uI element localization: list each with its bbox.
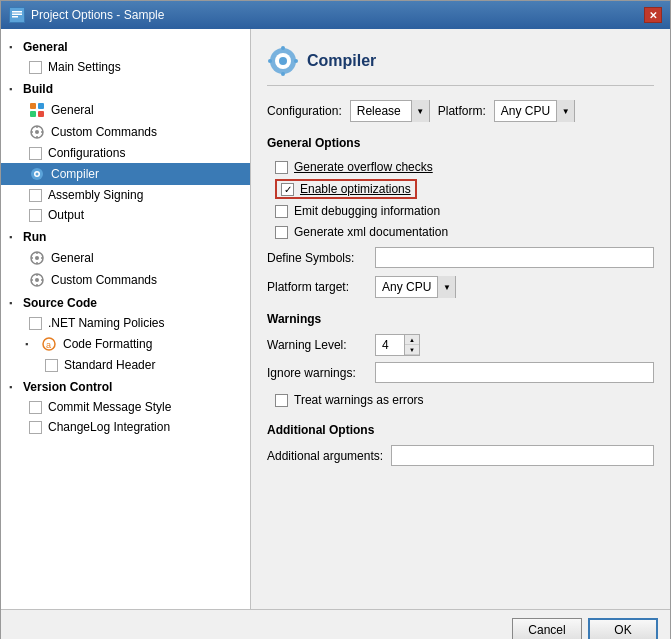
svg-rect-3 [12,16,18,18]
run-custom-commands-icon [29,272,45,288]
custom-commands-icon [29,124,45,140]
sidebar-item-assembly-signing[interactable]: Assembly Signing [1,185,250,205]
sidebar-group-header-build[interactable]: ▪ Build [1,79,250,99]
sidebar-group-source-code: ▪ Source Code .NET Naming Policies ▪ a [1,293,250,375]
svg-rect-6 [30,111,36,117]
sidebar-item-label-configurations: Configurations [48,146,125,160]
checkbox-changelog [29,421,42,434]
sidebar-group-header-source-code[interactable]: ▪ Source Code [1,293,250,313]
ok-button[interactable]: OK [588,618,658,639]
ignore-warnings-row: Ignore warnings: [267,362,654,383]
sidebar-item-standard-header[interactable]: Standard Header [1,355,250,375]
define-symbols-input[interactable] [375,247,654,268]
checkbox-output [29,209,42,222]
close-button[interactable]: ✕ [644,7,662,23]
sidebar-item-label-standard-header: Standard Header [64,358,155,372]
checkbox-row-debug: Emit debugging information [267,202,654,220]
cb-label-xml-doc: Generate xml documentation [294,225,448,239]
config-dropdown-arrow[interactable]: ▼ [411,100,429,122]
ignore-warnings-input[interactable] [375,362,654,383]
platform-dropdown-arrow[interactable]: ▼ [556,100,574,122]
sidebar-item-configurations[interactable]: Configurations [1,143,250,163]
sidebar-item-label-run-general: General [51,251,94,265]
cb-label-treat-errors: Treat warnings as errors [294,393,424,407]
sidebar-group-header-run[interactable]: ▪ Run [1,227,250,247]
svg-point-16 [36,173,39,176]
sidebar-item-custom-commands[interactable]: Custom Commands [1,121,250,143]
cb-label-optimizations: Enable optimizations [300,182,411,196]
expand-icon-build: ▪ [9,84,19,94]
sidebar-item-output[interactable]: Output [1,205,250,225]
title-bar: Project Options - Sample ✕ [1,1,670,29]
svg-rect-2 [12,14,22,16]
content-area: ▪ General Main Settings ▪ Build [1,29,670,609]
sidebar-item-build-general[interactable]: General [1,99,250,121]
sidebar-item-commit-message[interactable]: Commit Message Style [1,397,250,417]
sidebar-item-compiler[interactable]: Compiler [1,163,250,185]
cb-treat-errors[interactable] [275,394,288,407]
window-icon [9,7,25,23]
svg-point-35 [281,72,285,76]
sidebar-item-main-settings[interactable]: Main Settings [1,57,250,77]
warning-level-value: 4 [376,336,404,354]
checkbox-net-naming [29,317,42,330]
warning-level-row: Warning Level: 4 ▲ ▼ [267,334,654,356]
svg-point-9 [35,130,39,134]
sidebar-item-net-naming[interactable]: .NET Naming Policies [1,313,250,333]
sidebar-item-label-run-custom-commands: Custom Commands [51,273,157,287]
config-label: Configuration: [267,104,342,118]
additional-args-input[interactable] [391,445,654,466]
svg-rect-4 [30,103,36,109]
sidebar-item-changelog[interactable]: ChangeLog Integration [1,417,250,437]
main-panel: Compiler Configuration: Release ▼ Platfo… [251,29,670,609]
spinner-down[interactable]: ▼ [405,345,419,355]
config-select-value: Release [351,102,411,120]
sidebar-group-header-version-control[interactable]: ▪ Version Control [1,377,250,397]
checkbox-main-settings [29,61,42,74]
sidebar-item-run-general[interactable]: General [1,247,250,269]
platform-target-value: Any CPU [376,278,437,296]
run-general-icon [29,250,45,266]
cb-xml-doc[interactable] [275,226,288,239]
sidebar-group-run: ▪ Run General [1,227,250,291]
additional-options-section: Additional Options Additional arguments: [267,423,654,466]
sidebar-item-label-changelog: ChangeLog Integration [48,420,170,434]
platform-target-label: Platform target: [267,280,367,294]
expand-icon-code-formatting: ▪ [25,339,35,349]
ignore-warnings-label: Ignore warnings: [267,366,367,380]
code-formatting-icon: a [41,336,57,352]
platform-target-select[interactable]: Any CPU ▼ [375,276,456,298]
expand-icon-version-control: ▪ [9,382,19,392]
button-row: Cancel OK [1,609,670,639]
additional-args-row: Additional arguments: [267,445,654,466]
platform-select-value: Any CPU [495,102,556,120]
svg-point-36 [268,59,272,63]
sidebar-item-label-commit-message: Commit Message Style [48,400,171,414]
svg-rect-5 [38,103,44,109]
sidebar-item-label-custom-commands: Custom Commands [51,125,157,139]
sidebar-group-build: ▪ Build General [1,79,250,225]
warnings-section: Warnings Warning Level: 4 ▲ ▼ Ignore war… [267,312,654,409]
checkbox-assembly-signing [29,189,42,202]
warnings-title: Warnings [267,312,654,326]
spinner-up[interactable]: ▲ [405,335,419,345]
sidebar-group-label-version-control: Version Control [23,380,112,394]
sidebar-group-header-general[interactable]: ▪ General [1,37,250,57]
panel-header-icon [267,45,299,77]
sidebar-item-label-main-settings: Main Settings [48,60,121,74]
svg-text:a: a [46,340,51,350]
sidebar-item-code-formatting[interactable]: ▪ a Code Formatting [1,333,250,355]
svg-rect-1 [12,11,22,13]
warning-level-spinner[interactable]: 4 ▲ ▼ [375,334,420,356]
platform-target-arrow[interactable]: ▼ [437,276,455,298]
cancel-button[interactable]: Cancel [512,618,582,639]
cb-overflow[interactable] [275,161,288,174]
platform-select[interactable]: Any CPU ▼ [494,100,575,122]
cb-optimizations[interactable] [281,183,294,196]
expand-icon-source-code: ▪ [9,298,19,308]
sidebar-item-label-output: Output [48,208,84,222]
config-select[interactable]: Release ▼ [350,100,430,122]
cb-debug[interactable] [275,205,288,218]
svg-point-33 [279,57,287,65]
sidebar-item-run-custom-commands[interactable]: Custom Commands [1,269,250,291]
